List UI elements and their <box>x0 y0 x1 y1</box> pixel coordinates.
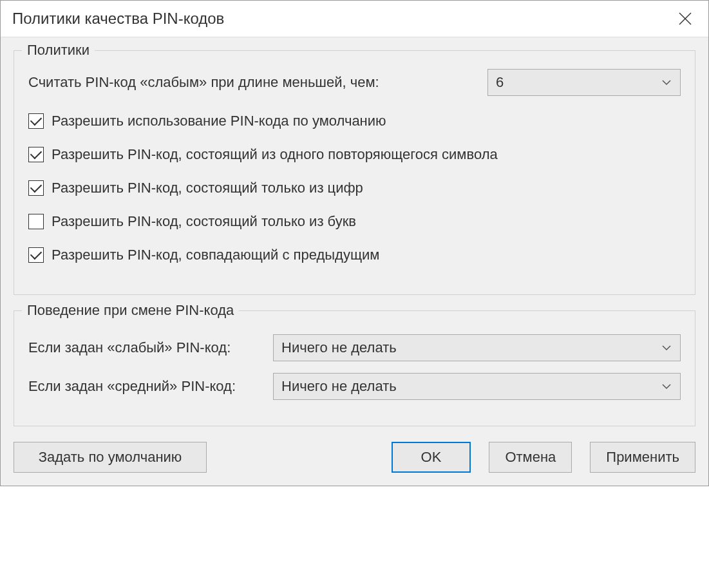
medium-behavior-value: Ничего не делать <box>281 378 397 395</box>
weak-behavior-value: Ничего не делать <box>281 339 397 356</box>
allow-letters-only-label: Разрешить PIN-код, состоящий только из б… <box>52 213 356 230</box>
weak-behavior-select[interactable]: Ничего не делать <box>273 334 681 361</box>
allow-same-as-previous-label: Разрешить PIN-код, совпадающий с предыду… <box>52 247 379 263</box>
button-bar: Задать по умолчанию OK Отмена Применить <box>14 442 695 473</box>
apply-button[interactable]: Применить <box>590 442 695 473</box>
weak-length-label: Считать PIN-код «слабым» при длине меньш… <box>28 74 379 91</box>
allow-digits-only-row: Разрешить PIN-код, состоящий только из ц… <box>28 180 681 196</box>
chevron-down-icon <box>661 342 672 354</box>
dialog-window: Политики качества PIN-кодов Политики Счи… <box>0 0 709 486</box>
behavior-legend: Поведение при смене PIN-кода <box>22 302 239 319</box>
allow-same-as-previous-checkbox[interactable] <box>28 247 44 263</box>
weak-length-row: Считать PIN-код «слабым» при длине меньш… <box>28 69 681 96</box>
behavior-group: Поведение при смене PIN-кода Если задан … <box>14 310 695 426</box>
allow-repeating-checkbox[interactable] <box>28 147 44 162</box>
medium-behavior-row: Если задан «средний» PIN-код: Ничего не … <box>28 373 681 400</box>
allow-letters-only-checkbox[interactable] <box>28 214 44 229</box>
allow-repeating-label: Разрешить PIN-код, состоящий из одного п… <box>52 146 498 163</box>
weak-length-value: 6 <box>496 74 504 91</box>
set-default-button[interactable]: Задать по умолчанию <box>14 442 207 473</box>
window-title: Политики качества PIN-кодов <box>12 10 224 28</box>
allow-digits-only-checkbox[interactable] <box>28 180 44 196</box>
close-icon <box>678 12 692 26</box>
policies-legend: Политики <box>22 42 95 59</box>
close-button[interactable] <box>674 7 697 30</box>
weak-length-select[interactable]: 6 <box>487 69 681 96</box>
chevron-down-icon <box>661 77 672 88</box>
allow-same-as-previous-row: Разрешить PIN-код, совпадающий с предыду… <box>28 247 681 263</box>
ok-button[interactable]: OK <box>392 442 471 473</box>
allow-repeating-row: Разрешить PIN-код, состоящий из одного п… <box>28 146 681 163</box>
weak-behavior-label: Если задан «слабый» PIN-код: <box>28 339 273 356</box>
policies-group: Политики Считать PIN-код «слабым» при дл… <box>14 50 695 295</box>
chevron-down-icon <box>661 381 672 392</box>
medium-behavior-label: Если задан «средний» PIN-код: <box>28 378 273 395</box>
button-group-right: OK Отмена Применить <box>392 442 695 473</box>
medium-behavior-select[interactable]: Ничего не делать <box>273 373 681 400</box>
weak-behavior-row: Если задан «слабый» PIN-код: Ничего не д… <box>28 334 681 361</box>
dialog-content: Политики Считать PIN-код «слабым» при дл… <box>1 37 708 486</box>
allow-letters-only-row: Разрешить PIN-код, состоящий только из б… <box>28 213 681 230</box>
cancel-button[interactable]: Отмена <box>489 442 572 473</box>
titlebar: Политики качества PIN-кодов <box>1 1 708 37</box>
allow-default-pin-label: Разрешить использование PIN-кода по умол… <box>52 113 386 129</box>
allow-default-pin-checkbox[interactable] <box>28 113 44 129</box>
allow-default-pin-row: Разрешить использование PIN-кода по умол… <box>28 113 681 129</box>
allow-digits-only-label: Разрешить PIN-код, состоящий только из ц… <box>52 180 363 196</box>
